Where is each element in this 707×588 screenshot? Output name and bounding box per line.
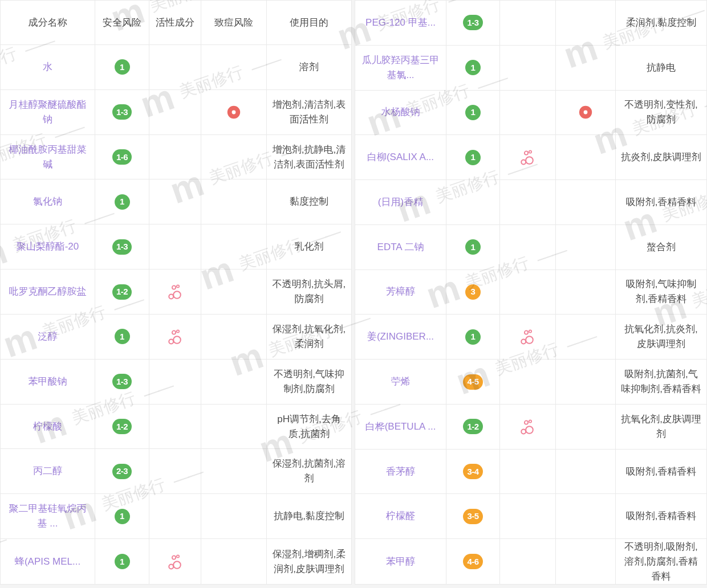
usage-purpose-cell: 不透明剂,气味抑制剂,防腐剂 — [267, 360, 351, 405]
safety-risk-cell: 1 — [446, 225, 500, 270]
ingredient-name-label: 吡罗克酮乙醇胺盐 — [9, 284, 87, 299]
column-header-acne: 致痘风险 — [201, 1, 267, 45]
active-ingredient-molecule-icon — [168, 284, 183, 300]
acne-risk-cell — [556, 405, 616, 450]
safety-risk-cell: 3-4 — [446, 450, 500, 495]
usage-purpose-cell: 保湿剂,增稠剂,柔润剂,皮肤调理剂 — [267, 539, 351, 584]
acne-risk-cell — [556, 1, 616, 46]
active-ingredient-cell — [500, 405, 556, 450]
active-ingredient-cell — [149, 360, 201, 405]
ingredient-name-link[interactable]: 白柳(SALIX A... — [355, 135, 446, 180]
ingredient-row: 月桂醇聚醚硫酸酯钠1-3增泡剂,清洁剂,表面活性剂 — [1, 90, 351, 135]
ingredient-name-label: EDTA 二钠 — [377, 240, 424, 255]
active-ingredient-cell — [149, 224, 201, 270]
ingredient-name-link[interactable]: 水杨酸钠 — [355, 91, 446, 136]
ingredient-row: 香茅醇3-4吸附剂,香精香料 — [355, 450, 706, 495]
safety-risk-badge: 1 — [115, 554, 130, 569]
usage-purpose-cell: 吸附剂,香精香料 — [616, 450, 706, 495]
acne-risk-cell — [556, 360, 616, 405]
ingredient-name-link[interactable]: 瓜儿胶羟丙基三甲基氯... — [355, 46, 446, 91]
usage-purpose-label: 抗氧化剂,抗炎剂,皮肤调理剂 — [620, 322, 702, 352]
ingredient-name-link[interactable]: EDTA 二钠 — [355, 225, 446, 270]
ingredient-name-link[interactable]: 月桂醇聚醚硫酸酯钠 — [1, 90, 95, 135]
safety-risk-badge: 4-6 — [463, 554, 482, 569]
safety-risk-badge: 3 — [465, 284, 481, 300]
ingredient-row: 姜(ZINGIBER...1抗氧化剂,抗炎剂,皮肤调理剂 — [355, 315, 706, 360]
safety-risk-badge: 1 — [465, 329, 481, 345]
acne-risk-dot-icon — [579, 105, 592, 119]
active-ingredient-cell — [149, 270, 201, 315]
safety-risk-badge: 1 — [465, 239, 481, 255]
ingredient-name-link[interactable]: 聚二甲基硅氧烷丙基 ... — [1, 494, 95, 539]
ingredient-row: EDTA 二钠1螯合剂 — [355, 225, 706, 270]
ingredient-name-link[interactable]: PEG-120 甲基... — [355, 1, 446, 46]
safety-risk-cell: 2-3 — [95, 449, 149, 494]
usage-purpose-label: 吸附剂,气味抑制剂,香精香料 — [620, 277, 702, 307]
ingredient-name-link[interactable]: 柠檬醛 — [355, 494, 446, 539]
ingredient-name-link[interactable]: 氯化钠 — [1, 179, 95, 224]
acne-risk-cell — [201, 179, 267, 224]
ingredient-name-label: 椰油酰胺丙基甜菜碱 — [5, 142, 90, 172]
active-ingredient-cell — [149, 449, 201, 494]
acne-risk-cell — [201, 270, 267, 315]
ingredient-name-link[interactable]: 聚山梨醇酯-20 — [1, 224, 95, 270]
active-ingredient-cell — [500, 494, 556, 539]
safety-risk-cell: 1 — [95, 179, 149, 224]
safety-risk-cell: 1 — [446, 315, 500, 360]
safety-risk-badge: 1 — [115, 509, 130, 524]
ingredient-row: 椰油酰胺丙基甜菜碱1-6增泡剂,抗静电,清洁剂,表面活性剂 — [1, 135, 351, 180]
ingredient-name-link[interactable]: 椰油酰胺丙基甜菜碱 — [1, 135, 95, 180]
acne-risk-cell — [201, 90, 267, 135]
ingredient-name-link[interactable]: 苧烯 — [355, 360, 446, 405]
ingredient-name-label: 泛醇 — [38, 329, 58, 344]
ingredient-table-page-1: 成分名称安全风险活性成分致痘风险使用目的 水1溶剂月桂醇聚醚硫酸酯钠1-3增泡剂… — [0, 0, 352, 585]
safety-risk-cell: 1-2 — [446, 405, 500, 450]
usage-purpose-cell: 不透明剂,吸附剂,溶剂,防腐剂,香精香料 — [616, 539, 706, 584]
usage-purpose-cell: 柔润剂,黏度控制 — [616, 1, 706, 46]
usage-purpose-label: 不透明剂,抗头屑,防腐剂 — [271, 277, 347, 307]
active-ingredient-cell — [149, 539, 201, 584]
ingredient-name-link[interactable]: 苯甲酸钠 — [1, 360, 95, 405]
ingredient-name-link[interactable]: 香茅醇 — [355, 450, 446, 495]
acne-risk-cell — [556, 225, 616, 270]
usage-purpose-label: 乳化剂 — [295, 239, 324, 254]
ingredient-name-link[interactable]: (日用)香精 — [355, 180, 446, 225]
safety-risk-badge: 3-5 — [463, 509, 482, 524]
safety-risk-badge: 1-3 — [112, 374, 132, 389]
ingredient-row: 柠檬酸1-2pH调节剂,去角质,抗菌剂 — [1, 405, 351, 450]
safety-risk-cell: 4-6 — [446, 539, 500, 584]
ingredient-name-link[interactable]: 苯甲醇 — [355, 539, 446, 584]
ingredient-row: 水1溶剂 — [1, 45, 351, 90]
acne-risk-cell — [201, 405, 267, 450]
ingredient-name-link[interactable]: 丙二醇 — [1, 449, 95, 494]
table-header-row: 成分名称安全风险活性成分致痘风险使用目的 — [1, 1, 351, 45]
safety-risk-badge: 1-2 — [112, 284, 132, 300]
ingredient-name-link[interactable]: 蜂(APIS MEL... — [1, 539, 95, 584]
usage-purpose-label: 增泡剂,抗静电,清洁剂,表面活性剂 — [271, 142, 347, 172]
usage-purpose-label: 抗氧化剂,皮肤调理剂 — [620, 412, 702, 442]
ingredient-name-label: 柠檬酸 — [33, 419, 62, 434]
ingredient-name-link[interactable]: 姜(ZINGIBER... — [355, 315, 446, 360]
ingredient-name-link[interactable]: 水 — [1, 45, 95, 90]
ingredient-name-link[interactable]: 白桦(BETULA ... — [355, 405, 446, 450]
ingredient-name-link[interactable]: 芳樟醇 — [355, 270, 446, 315]
acne-risk-cell — [201, 360, 267, 405]
active-ingredient-molecule-icon — [168, 554, 183, 570]
usage-purpose-label: 吸附剂,抗菌剂,气味抑制剂,香精香料 — [620, 367, 702, 397]
ingredient-row: 苯甲醇4-6不透明剂,吸附剂,溶剂,防腐剂,香精香料 — [355, 539, 706, 584]
ingredient-name-link[interactable]: 泛醇 — [1, 315, 95, 360]
ingredient-row: 聚二甲基硅氧烷丙基 ...1抗静电,黏度控制 — [1, 494, 351, 539]
safety-risk-cell: 1 — [95, 494, 149, 539]
active-ingredient-molecule-icon — [520, 149, 535, 165]
safety-risk-badge: 1-3 — [463, 15, 482, 30]
safety-risk-cell: 1-2 — [95, 270, 149, 315]
ingredient-name-link[interactable]: 吡罗克酮乙醇胺盐 — [1, 270, 95, 315]
ingredient-row: PEG-120 甲基...1-3柔润剂,黏度控制 — [355, 1, 706, 46]
ingredient-row: 苯甲酸钠1-3不透明剂,气味抑制剂,防腐剂 — [1, 360, 351, 405]
ingredient-name-link[interactable]: 柠檬酸 — [1, 405, 95, 450]
active-ingredient-cell — [149, 45, 201, 90]
ingredient-name-label: 瓜儿胶羟丙基三甲基氯... — [360, 53, 441, 83]
active-ingredient-cell — [500, 360, 556, 405]
safety-risk-badge: 1 — [465, 105, 481, 120]
acne-risk-cell — [556, 91, 616, 136]
